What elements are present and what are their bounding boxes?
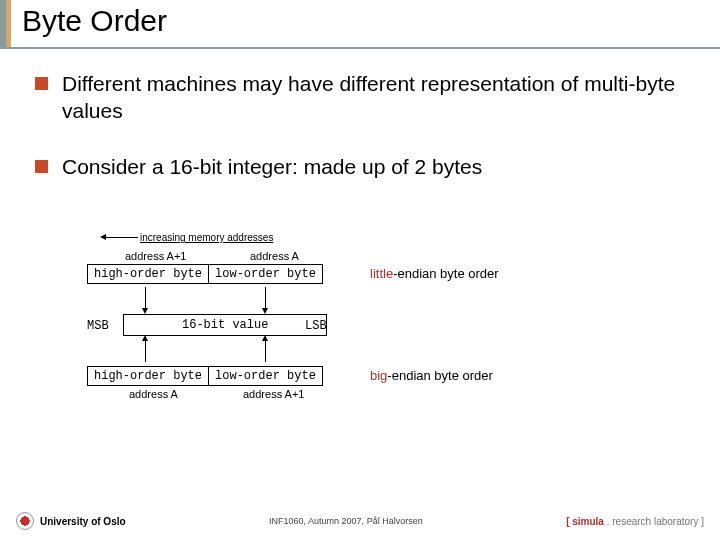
- arrow-down-icon: [145, 287, 146, 309]
- arrow-left-icon: [105, 237, 138, 238]
- msb-label: MSB: [87, 319, 109, 333]
- big-endian-label: big-endian byte order: [370, 368, 493, 383]
- little-endian-label: little-endian byte order: [370, 266, 499, 281]
- big-endian-row: high-order byte low-order byte: [87, 366, 323, 386]
- addr-a1-bot: address A+1: [243, 388, 304, 401]
- footer: University of Oslo INF1060, Autumn 2007,…: [0, 512, 720, 530]
- high-byte-box-top: high-order byte: [87, 264, 209, 284]
- bullet-1: Different machines may have different re…: [35, 70, 695, 125]
- addr-a1-top: address A+1: [125, 250, 186, 263]
- footer-course-info: INF1060, Autumn 2007, Pål Halvorsen: [269, 516, 423, 526]
- arrow-up-icon: [145, 340, 146, 362]
- high-byte-box-bot: high-order byte: [87, 366, 209, 386]
- arrow-up-icon: [265, 340, 266, 362]
- title-divider: [0, 47, 720, 49]
- addr-a-top: address A: [250, 250, 299, 263]
- increasing-label: increasing memory addresses: [140, 232, 273, 243]
- bullet-2-text: Consider a 16-bit integer: made up of 2 …: [62, 153, 482, 180]
- low-byte-box-bot: low-order byte: [209, 366, 323, 386]
- bullet-square-icon: [35, 77, 48, 90]
- bullet-1-text: Different machines may have different re…: [62, 70, 695, 125]
- content-area: Different machines may have different re…: [35, 70, 695, 208]
- addr-a-bot: address A: [129, 388, 178, 401]
- mid-value-box: 16-bit value: [123, 314, 327, 336]
- university-name: University of Oslo: [40, 516, 126, 527]
- footer-left: University of Oslo: [16, 512, 126, 530]
- bullet-square-icon: [35, 160, 48, 173]
- slide-title: Byte Order: [22, 4, 167, 38]
- footer-lab: [ simula . research laboratory ]: [566, 516, 704, 527]
- bullet-2: Consider a 16-bit integer: made up of 2 …: [35, 153, 695, 180]
- university-logo-icon: [16, 512, 34, 530]
- arrow-down-icon: [265, 287, 266, 309]
- title-accent: [0, 0, 14, 47]
- lsb-label: LSB: [305, 319, 327, 333]
- low-byte-box-top: low-order byte: [209, 264, 323, 284]
- little-endian-row: high-order byte low-order byte: [87, 264, 323, 284]
